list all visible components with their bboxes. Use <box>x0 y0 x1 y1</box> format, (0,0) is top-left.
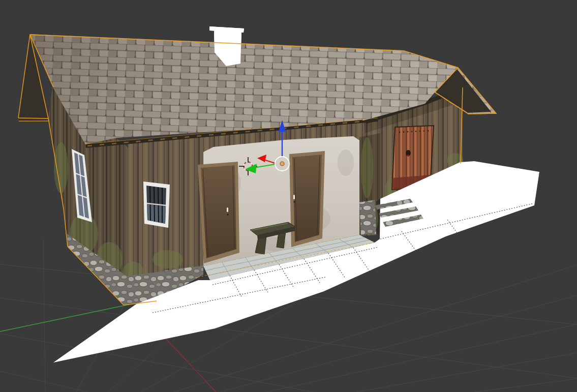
porch-door-right[interactable] <box>289 151 325 247</box>
barred-window[interactable] <box>143 182 170 228</box>
porch-door-left[interactable] <box>198 162 239 263</box>
object-origin-dot <box>280 162 284 166</box>
3d-viewport[interactable] <box>0 0 577 392</box>
